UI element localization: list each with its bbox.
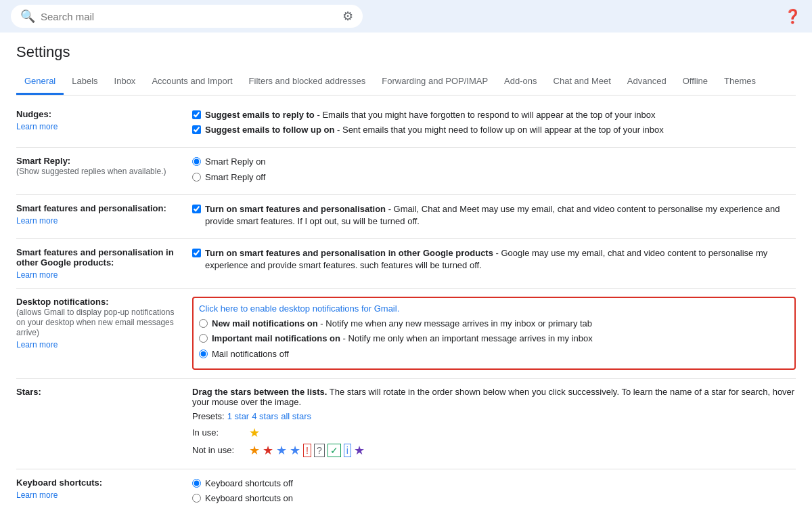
notif-off-radio[interactable] — [199, 350, 208, 358]
preset-4stars[interactable]: 4 stars — [252, 411, 278, 421]
preset-1star[interactable]: 1 star — [227, 411, 250, 421]
search-input-wrap: 🔍 ⚙ — [11, 5, 363, 28]
nudges-options: Suggest emails to reply to - Emails that… — [192, 101, 796, 148]
tab-addons[interactable]: Add-ons — [496, 69, 545, 95]
tab-forwarding[interactable]: Forwarding and POP/IMAP — [374, 69, 496, 95]
tab-chat[interactable]: Chat and Meet — [545, 69, 619, 95]
desktop-notifications-box: Click here to enable desktop notificatio… — [192, 297, 796, 370]
desktop-notifications-label-cell: Desktop notifications: (allows Gmail to … — [16, 289, 192, 379]
search-icon: 🔍 — [20, 9, 35, 24]
smart-features-other-checkbox[interactable] — [192, 249, 201, 257]
in-use-row: In use: ★ — [192, 425, 796, 440]
search-left: 🔍 ⚙ — [11, 5, 784, 28]
nudges-option1-label: Suggest emails to reply to - Emails that… — [205, 109, 656, 121]
smart-features-label: Smart features and personalisation: — [16, 203, 166, 213]
smart-reply-on-radio[interactable] — [192, 157, 201, 166]
desktop-notifications-label: Desktop notifications: — [16, 297, 109, 307]
tab-accounts[interactable]: Accounts and Import — [143, 69, 240, 95]
notif-off-label: Mail notifications off — [212, 348, 289, 360]
smart-features-other-check: Turn on smart features and personalisati… — [192, 247, 796, 272]
not-in-use-label: Not in use: — [192, 445, 246, 455]
nudges-learn-more[interactable]: Learn more — [16, 122, 176, 131]
search-bar: 🔍 ⚙ ❓ — [0, 0, 812, 33]
star-red[interactable]: ★ — [263, 443, 273, 458]
search-input[interactable] — [41, 11, 337, 22]
nudges-checkbox1[interactable] — [192, 110, 201, 119]
desktop-notifications-sub: (allows Gmail to display pop-up notifica… — [16, 308, 174, 337]
keyboard-learn-more[interactable]: Learn more — [16, 490, 176, 500]
stars-presets: Presets: 1 star 4 stars all stars — [192, 411, 796, 421]
page: Settings General Labels Inbox Accounts a… — [0, 33, 812, 508]
smart-reply-off-radio[interactable] — [192, 173, 201, 182]
notif-new-mail-radio[interactable] — [199, 319, 208, 328]
page-title: Settings — [16, 43, 796, 61]
smart-reply-off-label: Smart Reply off — [205, 171, 265, 184]
notif-important-mail-label: Important mail notifications on - Notify… — [212, 333, 593, 345]
nudges-option1: Suggest emails to reply to - Emails that… — [192, 109, 796, 121]
keyboard-off-radio[interactable] — [192, 479, 201, 488]
star-exclaim-red[interactable]: ! — [303, 444, 311, 457]
nudges-label-cell: Nudges: Learn more — [16, 101, 192, 148]
not-in-use-row: Not in use: ★ ★ ★ ★ ! ? ✓ i ★ — [192, 443, 796, 458]
tab-labels[interactable]: Labels — [64, 69, 106, 95]
help-icon[interactable]: ❓ — [784, 8, 801, 24]
star-orange[interactable]: ★ — [249, 443, 260, 458]
smart-reply-on: Smart Reply on — [192, 156, 796, 168]
notif-important-mail-radio[interactable] — [199, 334, 208, 343]
smart-features-other-learn-more[interactable]: Learn more — [16, 270, 176, 280]
presets-label: Presets: — [192, 411, 225, 421]
star-blue2[interactable]: ★ — [290, 443, 300, 458]
smart-features-checkbox[interactable] — [192, 205, 201, 213]
keyboard-on: Keyboard shortcuts on — [192, 492, 796, 505]
smart-reply-sub: (Show suggested replies when available.) — [16, 167, 166, 176]
smart-reply-options: Smart Reply on Smart Reply off — [192, 148, 796, 194]
keyboard-label: Keyboard shortcuts: — [16, 478, 102, 488]
content-area: Nudges: Learn more Suggest emails to rep… — [16, 96, 796, 508]
tab-inbox[interactable]: Inbox — [106, 69, 144, 95]
smart-reply-row: Smart Reply: (Show suggested replies whe… — [16, 148, 796, 194]
smart-features-options: Turn on smart features and personalisati… — [192, 194, 796, 238]
notif-new-mail-label: New mail notifications on - Notify me wh… — [212, 318, 592, 330]
tab-themes[interactable]: Themes — [716, 69, 764, 95]
keyboard-off: Keyboard shortcuts off — [192, 478, 796, 490]
in-use-label: In use: — [192, 427, 246, 438]
smart-features-other-label: Smart features and personalisation in ot… — [16, 247, 174, 268]
nudges-checkbox2[interactable] — [192, 125, 201, 134]
desktop-notifications-learn-more[interactable]: Learn more — [16, 340, 176, 350]
keyboard-label-cell: Keyboard shortcuts: Learn more — [16, 469, 192, 508]
star-blue1[interactable]: ★ — [276, 443, 287, 458]
tab-general[interactable]: General — [16, 69, 64, 95]
keyboard-on-radio[interactable] — [192, 494, 201, 503]
tabs: General Labels Inbox Accounts and Import… — [16, 69, 796, 96]
nudges-row: Nudges: Learn more Suggest emails to rep… — [16, 101, 796, 148]
notif-off: Mail notifications off — [199, 348, 789, 360]
tab-advanced[interactable]: Advanced — [619, 69, 675, 95]
keyboard-options: Keyboard shortcuts off Keyboard shortcut… — [192, 469, 796, 508]
smart-reply-off: Smart Reply off — [192, 171, 796, 184]
nudges-label: Nudges: — [16, 109, 51, 119]
desktop-notifications-options: Click here to enable desktop notificatio… — [192, 289, 796, 379]
star-check-green[interactable]: ✓ — [328, 444, 341, 457]
tab-offline[interactable]: Offline — [675, 69, 716, 95]
filter-icon[interactable]: ⚙ — [342, 9, 353, 24]
tab-filters[interactable]: Filters and blocked addresses — [241, 69, 374, 95]
smart-features-other-check-label: Turn on smart features and personalisati… — [205, 247, 796, 272]
nudges-option2: Suggest emails to follow up on - Sent em… — [192, 124, 796, 136]
stars-label: Stars: — [16, 387, 41, 397]
smart-features-other-label-cell: Smart features and personalisation in ot… — [16, 239, 192, 289]
smart-reply-label: Smart Reply: — [16, 156, 70, 166]
notif-new-mail: New mail notifications on - Notify me wh… — [199, 318, 789, 330]
keyboard-on-label: Keyboard shortcuts on — [205, 492, 293, 505]
star-purple[interactable]: ★ — [354, 443, 365, 458]
smart-features-check: Turn on smart features and personalisati… — [192, 203, 796, 228]
smart-features-label-cell: Smart features and personalisation: Lear… — [16, 194, 192, 238]
smart-reply-label-cell: Smart Reply: (Show suggested replies whe… — [16, 148, 192, 194]
star-yellow-inuse[interactable]: ★ — [249, 425, 260, 440]
preset-allstars[interactable]: all stars — [281, 411, 311, 421]
notif-important-mail: Important mail notifications on - Notify… — [199, 333, 789, 345]
desktop-notifications-link[interactable]: Click here to enable desktop notificatio… — [199, 303, 789, 314]
star-info-blue[interactable]: i — [344, 444, 351, 457]
star-question[interactable]: ? — [314, 444, 325, 457]
smart-features-other-row: Smart features and personalisation in ot… — [16, 239, 796, 289]
smart-features-learn-more[interactable]: Learn more — [16, 216, 176, 226]
